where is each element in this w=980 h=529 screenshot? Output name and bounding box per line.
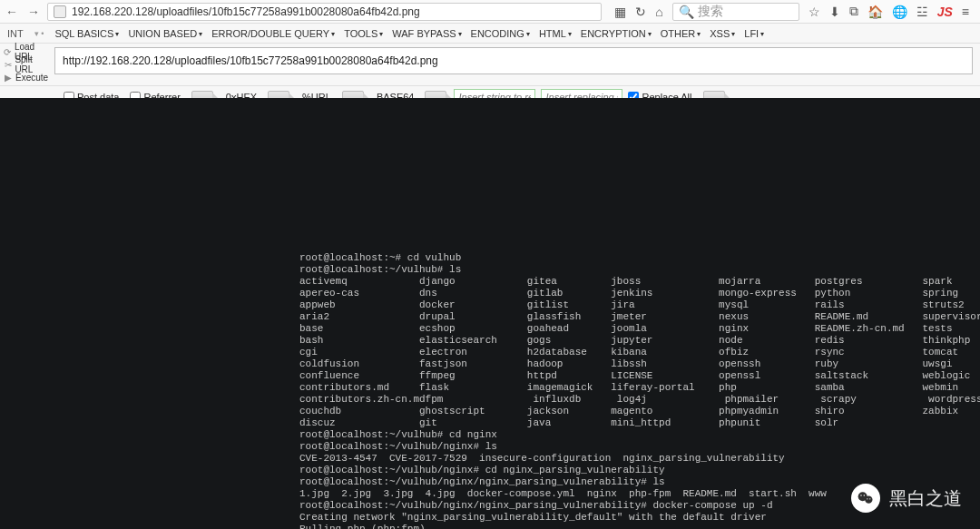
home2-icon[interactable]: 🏠 [867, 5, 883, 19]
hb-menu-item[interactable]: XSS [710, 28, 735, 39]
split-url-action[interactable]: ✂Split URL [0, 58, 54, 71]
hb-menu-item[interactable]: LFI [744, 28, 764, 39]
watermark-text: 黑白之道 [889, 486, 962, 511]
search-box[interactable]: 🔍 搜索 [672, 3, 799, 21]
reload-icon[interactable]: ↻ [635, 5, 646, 19]
hb-menu-item[interactable]: ENCODING [471, 28, 530, 39]
library-icon[interactable]: ⧉ [849, 4, 858, 19]
execute-action[interactable]: ▶Execute [0, 71, 54, 83]
hb-menu-item[interactable]: SQL BASICS [54, 28, 119, 39]
browser-toolbar: ← → 192.168.220.128/uploadfiles/10fb15c7… [0, 0, 980, 24]
hackbar-actions: ⟳Load URL ✂Split URL ▶Execute [0, 44, 54, 85]
back-button[interactable]: ← [4, 4, 20, 20]
hb-menu-item[interactable]: ERROR/DOUBLE QUERY [211, 28, 335, 39]
svg-point-5 [869, 498, 870, 499]
menu-icon[interactable]: ≡ [962, 5, 969, 19]
hackbar-main: ⟳Load URL ✂Split URL ▶Execute [0, 44, 980, 86]
search-placeholder: 搜索 [698, 4, 723, 20]
chrome-right-icons: ▦ ↻ ⌂ 🔍 搜索 ☆ ⬇ ⧉ 🏠 🌐 ☳ JS ≡ [607, 3, 976, 21]
svg-point-4 [867, 498, 867, 499]
hackbar-url-input[interactable] [54, 47, 973, 74]
page-content: root@localhost:~# cd vulhub root@localho… [0, 98, 980, 529]
url-text: 192.168.220.128/uploadfiles/10fb15c77258… [72, 5, 420, 18]
js-icon[interactable]: JS [937, 5, 953, 19]
hb-menu-item[interactable]: TOOLS [344, 28, 383, 39]
download-icon[interactable]: ⬇ [829, 5, 840, 19]
watermark: 黑白之道 [851, 484, 962, 513]
hb-menu-item[interactable]: OTHER [661, 28, 701, 39]
svg-point-1 [865, 496, 872, 504]
globe-icon[interactable]: 🌐 [892, 5, 907, 19]
hb-prefix: INT [7, 28, 24, 39]
reader-icon[interactable]: ▦ [614, 5, 626, 19]
star-icon[interactable]: ☆ [808, 5, 820, 19]
hb-menu-item[interactable]: HTML [539, 28, 572, 39]
overflow-icon[interactable]: ☳ [916, 5, 928, 19]
url-bar[interactable]: 192.168.220.128/uploadfiles/10fb15c77258… [47, 3, 602, 21]
hb-menu-item[interactable]: WAF BYPASS [392, 28, 461, 39]
forward-button[interactable]: → [25, 4, 42, 20]
identity-icon [54, 5, 66, 18]
svg-point-3 [864, 495, 866, 496]
svg-point-2 [860, 495, 862, 496]
hb-menu-item[interactable]: ENCRYPTION [581, 28, 652, 39]
hackbar-menubar: INT ▾ • SQL BASICSUNION BASEDERROR/DOUBL… [0, 24, 980, 44]
wechat-icon [851, 484, 880, 513]
hb-menu-item[interactable]: UNION BASED [128, 28, 202, 39]
home-icon[interactable]: ⌂ [655, 5, 662, 19]
